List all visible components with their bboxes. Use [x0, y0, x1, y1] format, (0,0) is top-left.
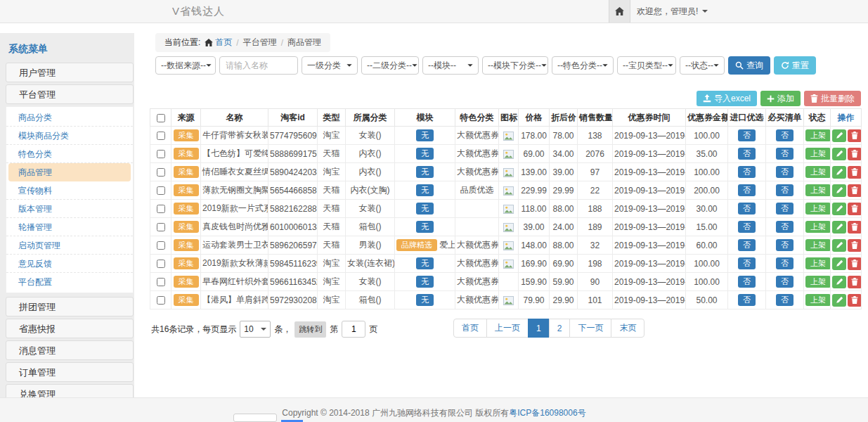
select-all-checkbox[interactable] — [157, 114, 165, 122]
row-checkbox[interactable] — [157, 186, 165, 195]
must-buy-badge[interactable]: 否 — [776, 166, 793, 178]
search-input[interactable] — [219, 56, 298, 75]
sidebar-item-4[interactable]: 宣传物料 — [6, 181, 133, 200]
status-badge[interactable]: 上架 — [805, 148, 831, 160]
import-select-badge[interactable]: 否 — [738, 239, 756, 251]
status-badge[interactable]: 上架 — [805, 184, 831, 196]
delete-button[interactable] — [848, 184, 862, 197]
must-buy-badge[interactable]: 否 — [776, 129, 793, 141]
edit-button[interactable] — [832, 148, 846, 160]
must-buy-badge[interactable]: 否 — [776, 221, 793, 233]
module-select[interactable]: --模块-- — [422, 56, 479, 75]
add-button[interactable]: 添加 — [760, 91, 801, 106]
jump-page-input[interactable] — [342, 321, 365, 338]
edit-button[interactable] — [832, 129, 846, 142]
delete-button[interactable] — [848, 166, 862, 179]
edit-button[interactable] — [832, 166, 846, 179]
import-select-badge[interactable]: 否 — [738, 203, 756, 215]
jump-to-button[interactable]: 跳转到 — [294, 321, 326, 338]
must-buy-badge[interactable]: 否 — [776, 184, 793, 196]
status-badge[interactable]: 上架 — [805, 166, 831, 178]
row-checkbox[interactable] — [157, 150, 165, 158]
first-page-button[interactable]: 首页 — [453, 319, 487, 338]
import-select-badge[interactable]: 否 — [738, 276, 756, 288]
breadcrumb-home-link[interactable]: 首页 — [205, 37, 232, 49]
delete-button[interactable] — [848, 239, 862, 252]
delete-button[interactable] — [848, 203, 862, 215]
row-checkbox[interactable] — [157, 260, 165, 268]
second-category-select[interactable]: --二级分类-- — [361, 56, 419, 75]
sidebar-item-7[interactable]: 启动页管理 — [6, 236, 133, 255]
page-size-select[interactable]: 10 — [240, 321, 271, 338]
delete-button[interactable] — [848, 148, 862, 160]
last-page-button[interactable]: 末页 — [611, 319, 644, 338]
sidebar-group-bottom-3[interactable]: 订单管理 — [6, 362, 134, 382]
sidebar-item-0[interactable]: 商品分类 — [6, 108, 133, 127]
status-badge[interactable]: 上架 — [805, 276, 831, 288]
edit-button[interactable] — [832, 294, 846, 307]
status-badge[interactable]: 上架 — [805, 294, 831, 306]
data-source-select[interactable]: --数据来源-- — [155, 56, 216, 75]
must-buy-badge[interactable]: 否 — [776, 276, 793, 288]
sidebar-item-5[interactable]: 版本管理 — [6, 200, 133, 218]
page-1-button[interactable]: 1 — [528, 319, 550, 338]
sidebar-group-bottom-4[interactable]: 兑换管理 — [6, 384, 134, 397]
row-checkbox[interactable] — [157, 241, 165, 250]
import-select-badge[interactable]: 否 — [738, 184, 756, 196]
sidebar-item-6[interactable]: 轮播管理 — [6, 218, 133, 236]
sidebar-group-bottom-0[interactable]: 拼团管理 — [6, 297, 134, 316]
import-select-badge[interactable]: 否 — [738, 129, 756, 141]
feature-category-select[interactable]: --特色分类-- — [552, 56, 614, 75]
must-buy-badge[interactable]: 否 — [776, 148, 793, 160]
edit-button[interactable] — [832, 184, 846, 197]
item-type-select[interactable]: --宝贝类型-- — [617, 56, 676, 75]
status-badge[interactable]: 上架 — [805, 129, 831, 141]
edit-button[interactable] — [832, 257, 846, 270]
search-button[interactable]: 查询 — [728, 56, 770, 75]
row-checkbox[interactable] — [157, 205, 165, 213]
status-badge[interactable]: 上架 — [805, 239, 831, 251]
sidebar-item-9[interactable]: 平台配置 — [6, 273, 133, 291]
status-badge[interactable]: 上架 — [805, 221, 831, 233]
sidebar-item-3[interactable]: 商品管理 — [8, 163, 131, 181]
edit-button[interactable] — [832, 239, 846, 252]
sidebar-item-2[interactable]: 特色分类 — [6, 145, 133, 163]
delete-button[interactable] — [848, 221, 862, 234]
sidebar-item-8[interactable]: 意见反馈 — [6, 255, 133, 273]
edit-button[interactable] — [832, 221, 846, 234]
sidebar-item-1[interactable]: 模块商品分类 — [6, 127, 133, 145]
delete-button[interactable] — [848, 129, 862, 142]
import-select-badge[interactable]: 否 — [738, 294, 756, 306]
row-checkbox[interactable] — [157, 168, 165, 177]
delete-button[interactable] — [848, 276, 862, 288]
status-select[interactable]: --状态-- — [680, 56, 725, 75]
row-checkbox[interactable] — [157, 132, 165, 140]
status-badge[interactable]: 上架 — [805, 257, 831, 269]
sidebar-group-1[interactable]: 平台管理 — [6, 84, 134, 104]
edit-button[interactable] — [832, 203, 846, 215]
module-subcategory-select[interactable]: --模块下分类-- — [482, 56, 548, 75]
must-buy-badge[interactable]: 否 — [776, 239, 793, 251]
row-checkbox[interactable] — [157, 278, 165, 286]
import-excel-button[interactable]: 导入excel — [697, 91, 757, 106]
must-buy-badge[interactable]: 否 — [776, 294, 793, 306]
sidebar-group-bottom-1[interactable]: 省惠快报 — [6, 319, 134, 338]
delete-button[interactable] — [848, 294, 862, 307]
status-badge[interactable]: 上架 — [805, 203, 831, 215]
first-category-select[interactable]: 一级分类 — [302, 56, 358, 75]
import-select-badge[interactable]: 否 — [738, 257, 756, 269]
sidebar-group-0[interactable]: 用户管理 — [6, 63, 134, 82]
must-buy-badge[interactable]: 否 — [776, 203, 793, 215]
prev-page-button[interactable]: 上一页 — [486, 319, 529, 338]
import-select-badge[interactable]: 否 — [738, 166, 756, 178]
icp-link[interactable]: 粤ICP备16098006号 — [509, 408, 585, 418]
row-checkbox[interactable] — [157, 296, 165, 305]
next-page-button[interactable]: 下一页 — [569, 319, 611, 338]
edit-button[interactable] — [832, 276, 846, 288]
must-buy-badge[interactable]: 否 — [776, 257, 793, 269]
batch-delete-button[interactable]: 批量删除 — [804, 91, 861, 106]
delete-button[interactable] — [848, 257, 862, 270]
page-2-button[interactable]: 2 — [549, 319, 571, 338]
sidebar-group-bottom-2[interactable]: 消息管理 — [6, 340, 134, 360]
row-checkbox[interactable] — [157, 223, 165, 231]
